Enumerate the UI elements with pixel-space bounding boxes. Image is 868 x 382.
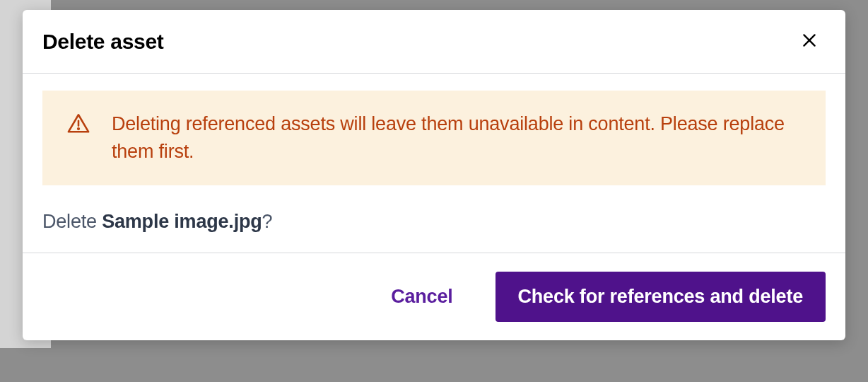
warning-message: Deleting referenced assets will leave th… [112, 110, 804, 166]
dialog-footer: Cancel Check for references and delete [23, 253, 845, 340]
close-icon [800, 31, 819, 52]
confirm-suffix: ? [262, 211, 273, 232]
dialog-header: Delete asset [23, 10, 845, 74]
warning-banner: Deleting referenced assets will leave th… [42, 91, 826, 185]
warning-triangle-icon [66, 112, 90, 139]
close-button[interactable] [797, 28, 821, 54]
svg-point-3 [78, 128, 79, 129]
dialog-body: Deleting referenced assets will leave th… [23, 74, 845, 253]
check-references-delete-button[interactable]: Check for references and delete [495, 272, 826, 322]
cancel-button[interactable]: Cancel [388, 280, 455, 313]
confirm-prefix: Delete [42, 211, 102, 232]
dialog-title: Delete asset [42, 30, 164, 54]
delete-asset-dialog: Delete asset Deleting referenced assets … [23, 10, 845, 340]
asset-name: Sample image.jpg [102, 211, 262, 232]
confirm-text: Delete Sample image.jpg? [42, 211, 826, 233]
